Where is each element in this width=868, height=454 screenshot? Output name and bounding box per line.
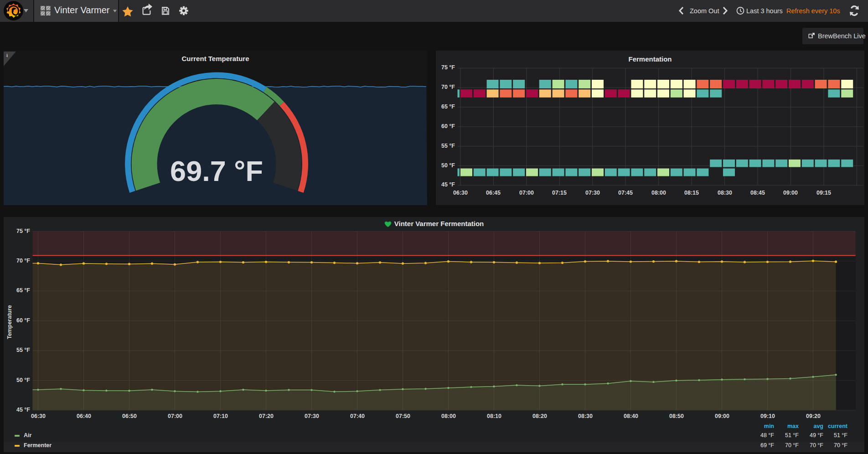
- svg-text:i: i: [6, 52, 8, 58]
